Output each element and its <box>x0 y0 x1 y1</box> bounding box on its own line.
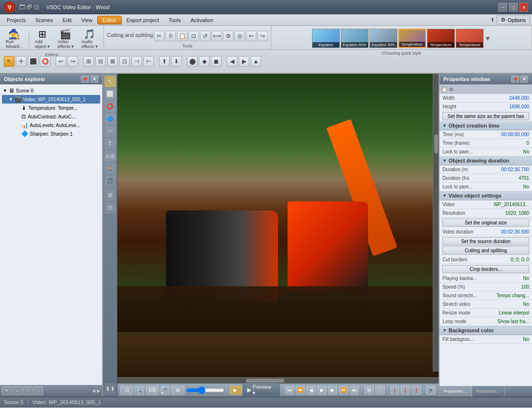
left-tool-move[interactable]: ⬆⬇ <box>104 383 116 395</box>
video-canvas[interactable] <box>117 74 439 377</box>
prop-icon2[interactable]: ⚙ <box>449 87 453 92</box>
view-mode2[interactable]: ⬚ <box>375 386 385 395</box>
left-tool-rect[interactable]: ⬜ <box>104 88 116 100</box>
tree-scene0[interactable]: ▼ 🖥 Scene 0 <box>2 86 100 95</box>
tool-lasso[interactable]: ⭕ <box>40 56 50 67</box>
tool-effects[interactable]: ⚙ <box>223 31 233 41</box>
maximize-button[interactable]: □ <box>509 3 518 12</box>
tree-autolevels[interactable]: 📊 AutoLevels: AutoLeve... <box>2 121 100 129</box>
tool-align3[interactable]: ⊠ <box>107 56 118 67</box>
tool-align5[interactable]: ⊣ <box>131 56 142 67</box>
tool-select2[interactable]: ⬛ <box>28 56 38 67</box>
style-temperature1[interactable]: Temperature <box>398 29 426 48</box>
style-equalize60[interactable]: Equalize 60% <box>341 29 369 48</box>
explorer-delete-button[interactable]: − <box>12 386 22 395</box>
tool-undo[interactable]: ↩ <box>56 56 66 67</box>
tool-arrow2[interactable]: ▶ <box>239 56 249 67</box>
left-tool-zoom-in[interactable]: ⊞ <box>104 189 116 201</box>
properties-close-button[interactable]: ✕ <box>520 76 528 82</box>
video-scrollbar-vertical[interactable] <box>433 74 439 372</box>
zoom-in-button[interactable]: 🔍+ <box>161 386 170 395</box>
left-tool-text[interactable]: T <box>104 138 116 150</box>
explorer-up-button[interactable]: ↑ <box>23 386 33 395</box>
style-equalize[interactable]: Equalize <box>312 29 340 48</box>
menu-tools[interactable]: Tools <box>164 16 186 24</box>
audio-effects-button[interactable]: 🎵 Audioeffects ▾ <box>79 28 101 50</box>
tool-arrow3[interactable]: ▲ <box>251 56 261 67</box>
cutting-splitting-button[interactable]: Cutting and splitting <box>442 246 529 255</box>
tree-autocontrast[interactable]: ⚖ AutoContrast: AutoC... <box>2 112 100 121</box>
preview-button[interactable]: ▶ Preview ▾ <box>243 383 279 397</box>
play-button[interactable]: ▶ <box>317 386 327 395</box>
zoom-fit-button[interactable]: ⊡ <box>120 386 133 395</box>
tool-align4[interactable]: ⊡ <box>119 56 130 67</box>
video-effects-button[interactable]: 🎬 Videoeffects ▾ <box>55 28 77 50</box>
close-button[interactable]: ✕ <box>520 3 528 12</box>
zoom-slider[interactable] <box>186 386 224 394</box>
add-object-button[interactable]: ⊞ Addobject ▾ <box>32 28 53 50</box>
menu-export[interactable]: Export project <box>122 16 164 24</box>
left-tool-select[interactable]: ↖ <box>104 76 116 87</box>
prop-icon1[interactable]: 📋 <box>441 87 447 92</box>
go-end-button[interactable]: ⏭ <box>350 386 359 395</box>
left-tool-audio[interactable]: 🎵 <box>104 175 116 187</box>
left-tool-chart[interactable]: SUB <box>104 151 116 162</box>
tool-flip[interactable]: ⟺ <box>211 31 222 41</box>
same-size-button[interactable]: Set the same size as the parent has <box>442 112 529 120</box>
playback-mode-button[interactable]: ▶ <box>230 386 242 395</box>
source-duration-button[interactable]: Set the source duration <box>442 237 529 245</box>
video-settings-toggle-icon[interactable]: ▼ <box>442 193 447 198</box>
step-fwd-button[interactable]: ▶ <box>328 386 338 395</box>
explorer-pin-button[interactable]: 📌 <box>81 76 89 82</box>
zoom-out-button[interactable]: 🔍- <box>135 386 144 395</box>
tool-more3[interactable]: ↪ <box>257 31 268 41</box>
tool-select[interactable]: ↖ <box>4 56 14 67</box>
step-fwd2-button[interactable]: ⏩ <box>339 386 348 395</box>
tool-copy[interactable]: ⎘ <box>165 31 176 41</box>
props-tab-properties[interactable]: Properties ... <box>439 386 472 396</box>
tool-paste[interactable]: 📋 <box>177 31 187 41</box>
drawing-duration-toggle-icon[interactable]: ▼ <box>442 158 447 163</box>
go-start-button[interactable]: ⏮ <box>285 386 294 395</box>
style-temperature3[interactable]: Temperature <box>456 29 484 48</box>
view-mode1[interactable]: ⊞ <box>364 386 374 395</box>
tool-diamond[interactable]: ◆ <box>199 56 209 67</box>
tool-move-down[interactable]: ⬇ <box>171 56 182 67</box>
video-expand-icon[interactable]: ▼ <box>9 97 14 102</box>
menu-scenes[interactable]: Scenes <box>31 16 58 24</box>
tree-temperature[interactable]: 🌡 Temperature: Temper... <box>2 104 100 112</box>
crop-borders-button[interactable]: Crop borders... <box>442 265 529 273</box>
volume-button[interactable]: 🔊 <box>426 386 436 395</box>
scene0-expand-icon[interactable]: ▼ <box>3 88 9 93</box>
tool-align1[interactable]: ⊞ <box>83 56 94 67</box>
run-wizard-button[interactable]: 🧙 RunWizard... <box>3 28 26 50</box>
zoom-custom[interactable]: ⊞ <box>171 386 184 395</box>
sel-start-button[interactable]: [ <box>401 386 410 395</box>
menu-view[interactable]: View <box>76 16 97 24</box>
left-tool-zoom-out[interactable]: ⊟ <box>104 202 116 213</box>
menu-edit[interactable]: Edit <box>58 16 76 24</box>
tool-rotate[interactable]: ↺ <box>200 31 210 41</box>
minimize-button[interactable]: ─ <box>498 3 507 12</box>
tool-arrow1[interactable]: ◀ <box>227 56 237 67</box>
menu-editor[interactable]: Editor <box>97 16 122 24</box>
left-tool-sprite[interactable]: 🏃 <box>104 163 116 175</box>
bg-color-toggle-icon[interactable]: ▼ <box>442 328 447 333</box>
tool-square[interactable]: ◼ <box>211 56 221 67</box>
tool-move-up[interactable]: ⬆ <box>159 56 170 67</box>
tool-align6[interactable]: ⊢ <box>143 56 154 67</box>
tool-cut[interactable]: ✂ <box>154 31 164 41</box>
tool-align2[interactable]: ⊟ <box>95 56 106 67</box>
tool-move[interactable]: ✛ <box>16 56 26 67</box>
marker-button[interactable]: | <box>390 386 400 395</box>
explorer-down-button[interactable]: ↓ <box>34 386 43 395</box>
explorer-add-button[interactable]: + <box>2 386 12 395</box>
menu-projects[interactable]: Projects <box>2 16 31 24</box>
creation-time-toggle-icon[interactable]: ▼ <box>442 123 447 128</box>
original-size-button[interactable]: Set the original size <box>442 219 529 227</box>
left-tool-circle[interactable]: ⭕ <box>104 101 116 112</box>
style-equalize30[interactable]: Equalize 30% <box>370 29 397 48</box>
explorer-close-button[interactable]: ✕ <box>91 76 98 82</box>
tool-more2[interactable]: ↩ <box>246 31 256 41</box>
step-back2-button[interactable]: ◀ <box>306 386 316 395</box>
